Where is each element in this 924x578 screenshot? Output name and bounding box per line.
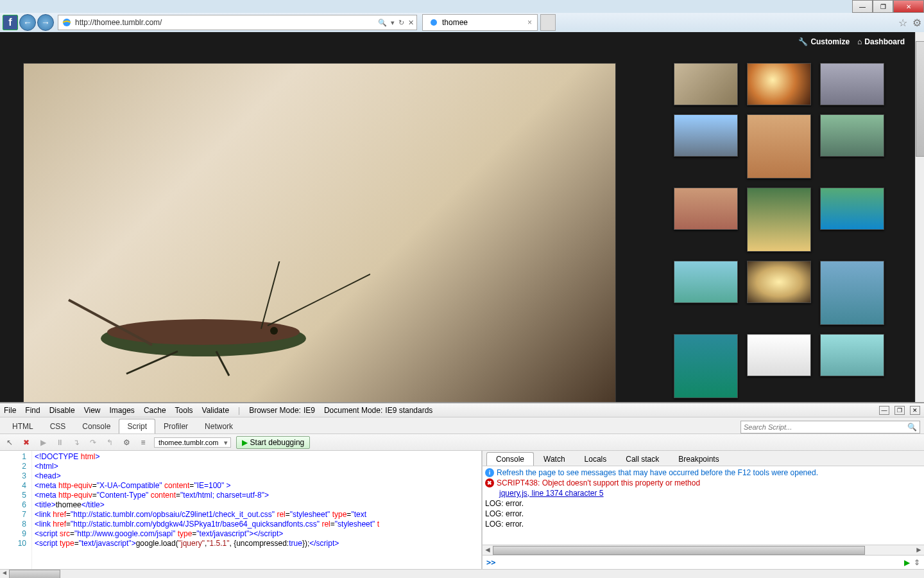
refresh-icon[interactable]: ↻ xyxy=(398,19,404,27)
error-link[interactable]: jquery.js, line 1374 character 5 xyxy=(499,488,604,498)
ie-icon xyxy=(61,17,73,28)
devtools-undock[interactable]: ❐ xyxy=(894,406,905,415)
code-panel: 12345678910 <!DOCTYPE html><html><head><… xyxy=(0,451,483,569)
thumbnail[interactable] xyxy=(747,114,811,179)
page-scrollbar[interactable] xyxy=(915,32,924,402)
script-toolbar: ↖ ✖ ▶ ⏸ ↴ ↷ ↰ ⚙ ≡ thomee.tumblr.com ▶ St… xyxy=(0,434,924,451)
thumbnail[interactable] xyxy=(674,63,738,105)
tab-network[interactable]: Network xyxy=(196,419,241,434)
new-tab-button[interactable] xyxy=(540,14,556,31)
step-out-icon[interactable]: ↰ xyxy=(104,437,116,448)
tab-title: thomee xyxy=(442,18,468,27)
address-bar[interactable]: http://thomee.tumblr.com/ 🔍 ▾ ↻ ✕ xyxy=(58,15,417,30)
play-icon: ▶ xyxy=(242,438,248,447)
devtools-minimize[interactable]: — xyxy=(879,406,889,415)
step-into-icon[interactable]: ↴ xyxy=(71,437,82,448)
tab-close-icon[interactable]: × xyxy=(527,18,532,27)
doc-mode-value[interactable]: IE9 standards xyxy=(385,406,432,415)
svg-line-6 xyxy=(126,351,178,374)
thumbnail[interactable] xyxy=(674,114,738,157)
play-icon[interactable]: ▶ xyxy=(37,437,49,448)
minimize-button[interactable]: — xyxy=(852,0,873,13)
bottom-scrollbar[interactable]: ◄ xyxy=(0,569,924,578)
thumbnail[interactable] xyxy=(747,63,811,105)
multiline-icon[interactable]: ⇕ xyxy=(914,558,920,567)
thumbnail[interactable] xyxy=(747,261,811,303)
dashboard-link[interactable]: ⌂Dashboard xyxy=(857,37,905,46)
search-icon[interactable]: 🔍 xyxy=(378,19,387,27)
run-icon[interactable]: ▶ xyxy=(904,558,910,567)
file-dropdown[interactable]: thomee.tumblr.com xyxy=(154,437,231,448)
maximize-button[interactable]: ❐ xyxy=(873,0,893,13)
code-view[interactable]: <!DOCTYPE html><html><head><meta http-eq… xyxy=(32,451,481,569)
thumbnail[interactable] xyxy=(674,261,738,303)
pause-icon[interactable]: ⏸ xyxy=(54,437,65,448)
step-over-icon[interactable]: ↷ xyxy=(87,437,99,448)
devtools-tabs: HTML CSS Console Script Profiler Network… xyxy=(0,417,924,434)
gear-icon[interactable]: ⚙ xyxy=(912,17,921,29)
console-scrollbar[interactable]: ◄ ► xyxy=(483,545,924,555)
scrollbar-thumb[interactable] xyxy=(9,570,60,578)
window-controls: — ❐ ✕ xyxy=(852,0,924,13)
tab-css[interactable]: CSS xyxy=(42,419,74,434)
menu-validate[interactable]: Validate xyxy=(202,406,229,415)
tab-console[interactable]: Console xyxy=(74,419,119,434)
menu-disable[interactable]: Disable xyxy=(49,406,75,415)
menu-cache[interactable]: Cache xyxy=(144,406,166,415)
thumbnail[interactable] xyxy=(820,114,884,157)
rtab-callstack[interactable]: Call stack xyxy=(616,452,669,466)
console-input-row: >> ▶ ⇕ xyxy=(483,555,924,569)
svg-point-9 xyxy=(270,327,278,335)
rtab-breakpoints[interactable]: Breakpoints xyxy=(669,452,728,466)
tab-html[interactable]: HTML xyxy=(4,419,42,434)
tab-script[interactable]: Script xyxy=(119,419,155,434)
scrollbar-thumb[interactable] xyxy=(493,546,865,555)
console-input[interactable] xyxy=(499,557,900,567)
rtab-watch[interactable]: Watch xyxy=(534,452,575,466)
scrollbar-thumb[interactable] xyxy=(916,41,924,157)
thumbnail[interactable] xyxy=(820,188,884,230)
search-icon[interactable]: 🔍 xyxy=(907,423,917,432)
menu-tools[interactable]: Tools xyxy=(175,406,193,415)
search-input[interactable] xyxy=(744,423,907,431)
thumbnail[interactable] xyxy=(674,188,738,230)
menu-find[interactable]: Find xyxy=(25,406,40,415)
browser-mode-value[interactable]: IE9 xyxy=(304,406,315,415)
thumbnail[interactable] xyxy=(820,261,884,325)
menu-images[interactable]: Images xyxy=(110,406,135,415)
forward-button[interactable]: → xyxy=(37,14,54,31)
console-info: Refresh the page to see messages that ma… xyxy=(497,468,818,478)
main-photo[interactable] xyxy=(23,63,616,402)
menu-file[interactable]: File xyxy=(4,406,16,415)
break-icon[interactable]: ⚙ xyxy=(121,437,132,448)
rtab-locals[interactable]: Locals xyxy=(575,452,617,466)
devtools-close[interactable]: ✕ xyxy=(910,406,920,415)
thumbnail[interactable] xyxy=(674,334,738,398)
line-gutter: 12345678910 xyxy=(0,451,32,569)
stop-icon[interactable]: ✕ xyxy=(408,19,414,27)
tab-profiler[interactable]: Profiler xyxy=(155,419,196,434)
menu-view[interactable]: View xyxy=(84,406,101,415)
back-button[interactable]: ← xyxy=(19,14,36,31)
close-button[interactable]: ✕ xyxy=(893,0,924,13)
facebook-button[interactable]: f xyxy=(3,15,18,30)
wrench-icon: 🔧 xyxy=(798,37,808,46)
start-debugging-button[interactable]: ▶ Start debugging xyxy=(236,436,311,449)
thumbnail[interactable] xyxy=(820,63,884,105)
home-icon: ⌂ xyxy=(857,37,862,46)
favorite-icon[interactable]: ☆ xyxy=(898,17,907,29)
browser-toolbar: f ← → http://thomee.tumblr.com/ 🔍 ▾ ↻ ✕ … xyxy=(0,13,924,32)
thumbnail[interactable] xyxy=(820,334,884,376)
browser-tab[interactable]: thomee × xyxy=(422,14,538,31)
pointer-icon[interactable]: ↖ xyxy=(4,437,15,448)
format-icon[interactable]: ≡ xyxy=(137,437,149,448)
customize-link[interactable]: 🔧Customize xyxy=(798,37,850,46)
thumbnail[interactable] xyxy=(747,334,811,376)
devtools-menu: File Find Disable View Images Cache Tool… xyxy=(0,403,924,417)
rtab-console[interactable]: Console xyxy=(486,452,534,466)
ie-icon xyxy=(428,17,440,28)
browser-mode-label: Browser Mode: xyxy=(249,406,301,415)
thumbnail[interactable] xyxy=(747,188,811,252)
search-script-box[interactable]: 🔍 xyxy=(740,421,920,434)
clear-icon[interactable]: ✖ xyxy=(21,437,32,448)
